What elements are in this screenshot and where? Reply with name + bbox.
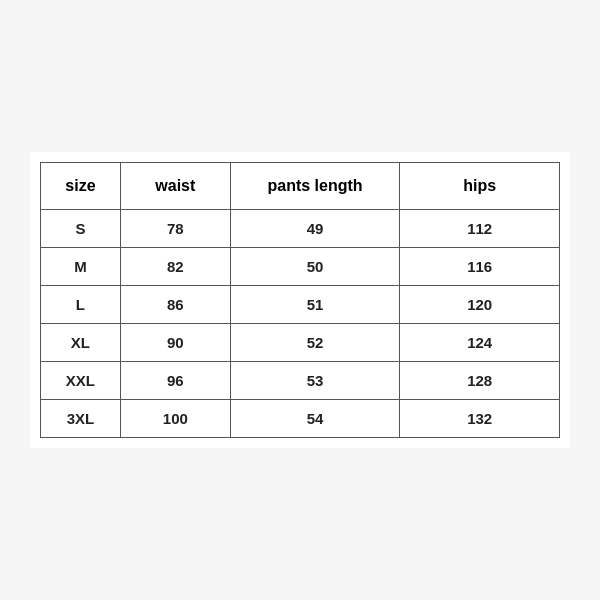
header-size: size (41, 163, 121, 210)
cell-waist-1: 82 (120, 248, 230, 286)
cell-waist-0: 78 (120, 210, 230, 248)
cell-hips-5: 132 (400, 400, 560, 438)
cell-pants_length-0: 49 (230, 210, 400, 248)
header-pants-length: pants length (230, 163, 400, 210)
cell-hips-4: 128 (400, 362, 560, 400)
cell-pants_length-3: 52 (230, 324, 400, 362)
table-row: S7849112 (41, 210, 560, 248)
cell-waist-3: 90 (120, 324, 230, 362)
cell-pants_length-5: 54 (230, 400, 400, 438)
table-row: 3XL10054132 (41, 400, 560, 438)
cell-pants_length-4: 53 (230, 362, 400, 400)
size-chart-container: size waist pants length hips S7849112M82… (30, 152, 570, 448)
size-chart-table: size waist pants length hips S7849112M82… (40, 162, 560, 438)
cell-waist-2: 86 (120, 286, 230, 324)
cell-hips-2: 120 (400, 286, 560, 324)
cell-hips-3: 124 (400, 324, 560, 362)
header-waist: waist (120, 163, 230, 210)
cell-size-3: XL (41, 324, 121, 362)
table-row: XXL9653128 (41, 362, 560, 400)
cell-hips-1: 116 (400, 248, 560, 286)
cell-waist-4: 96 (120, 362, 230, 400)
cell-hips-0: 112 (400, 210, 560, 248)
table-row: L8651120 (41, 286, 560, 324)
table-header-row: size waist pants length hips (41, 163, 560, 210)
cell-size-4: XXL (41, 362, 121, 400)
cell-size-2: L (41, 286, 121, 324)
cell-pants_length-1: 50 (230, 248, 400, 286)
cell-size-0: S (41, 210, 121, 248)
table-row: XL9052124 (41, 324, 560, 362)
cell-size-1: M (41, 248, 121, 286)
header-hips: hips (400, 163, 560, 210)
cell-size-5: 3XL (41, 400, 121, 438)
table-row: M8250116 (41, 248, 560, 286)
cell-pants_length-2: 51 (230, 286, 400, 324)
cell-waist-5: 100 (120, 400, 230, 438)
